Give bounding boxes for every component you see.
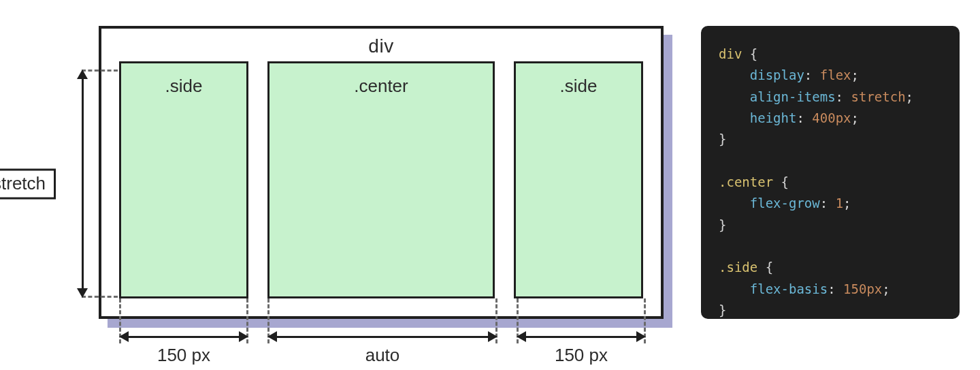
flex-diagram: div .side .center .side (99, 26, 664, 319)
flex-child-side-right: .side (514, 61, 643, 298)
flex-child-side-left: .side (119, 61, 248, 298)
flex-child-center: .center (267, 61, 495, 298)
horizontal-measure-side-right: 150 px (517, 319, 646, 360)
css-code-block: div { display: flex; align-items: stretc… (701, 26, 960, 319)
horizontal-measure-label: 150 px (517, 345, 646, 366)
arrow-left-icon (517, 331, 526, 342)
arrow-left-icon (119, 331, 129, 342)
arrow-left-icon (267, 331, 277, 342)
vertical-measure-label: stretch (0, 168, 56, 199)
horizontal-measure-label: auto (267, 345, 497, 366)
horizontal-measures: 150 px auto 150 px (99, 319, 664, 370)
arrow-line (123, 336, 244, 338)
arrow-right-icon (636, 331, 646, 342)
arrow-line (82, 72, 84, 295)
flex-container: div .side .center .side (99, 26, 664, 319)
arrow-right-icon (488, 331, 497, 342)
arrow-down-icon (77, 288, 88, 298)
horizontal-measure-center: auto (267, 319, 497, 360)
flex-children-row: .side .center .side (101, 61, 661, 316)
arrow-up-icon (77, 70, 88, 79)
arrow-right-icon (239, 331, 248, 342)
arrow-line (521, 336, 642, 338)
vertical-measure: stretch (61, 70, 99, 298)
arrow-line (272, 336, 493, 338)
container-label: div (101, 29, 661, 61)
horizontal-measure-side-left: 150 px (119, 319, 248, 360)
horizontal-measure-label: 150 px (119, 345, 248, 366)
